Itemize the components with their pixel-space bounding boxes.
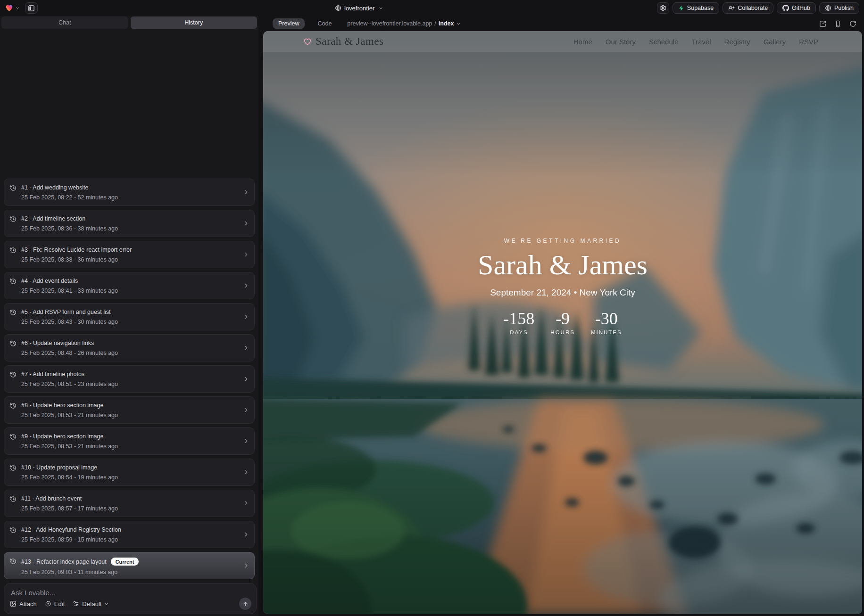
history-item-8[interactable]: #8 - Update hero section image 25 Feb 20… [4, 396, 255, 424]
chevron-right-icon [243, 500, 249, 507]
history-item-1[interactable]: #1 - Add wedding website 25 Feb 2025, 08… [4, 179, 255, 206]
refresh-button[interactable] [849, 20, 856, 27]
nav-schedule[interactable]: Schedule [649, 38, 679, 46]
project-selector[interactable]: lovefrontier [335, 2, 383, 14]
countdown-hours-label: HOURS [550, 329, 575, 335]
history-item-meta: 25 Feb 2025, 08:41 - 33 minutes ago [21, 287, 238, 294]
nav-rsvp[interactable]: RSVP [799, 38, 818, 46]
nav-home[interactable]: Home [573, 38, 592, 46]
nav-registry[interactable]: Registry [724, 38, 750, 46]
app-topbar: lovefrontier Supabase Collaborate GitHub [0, 0, 864, 16]
countdown-hours-value: -9 [550, 310, 575, 327]
hero-title: Sarah & James [263, 249, 862, 280]
history-item-meta: 25 Feb 2025, 08:59 - 15 minutes ago [21, 536, 238, 543]
history-item-meta: 25 Feb 2025, 09:03 - 11 minutes ago [21, 569, 238, 575]
collaborate-label: Collaborate [738, 5, 768, 11]
prompt-composer: Attach Edit Default [4, 583, 257, 614]
sidebar-tabbar: Chat History [1, 16, 257, 29]
attach-button[interactable]: Attach [10, 600, 37, 608]
preview-toolbar: Preview Code preview--lovefrontier.lovab… [262, 16, 864, 31]
history-item-title: #5 - Add RSVP form and guest list [21, 309, 110, 315]
tab-preview[interactable]: Preview [273, 18, 305, 29]
tab-history[interactable]: History [131, 16, 258, 29]
preview-url-separator: / [434, 20, 436, 27]
site-brand[interactable]: Sarah & James [303, 35, 383, 48]
lovable-logo-heart-icon[interactable] [5, 4, 14, 12]
history-icon [10, 185, 17, 191]
github-button[interactable]: GitHub [777, 2, 816, 14]
history-item-meta: 25 Feb 2025, 08:48 - 26 minutes ago [21, 350, 238, 356]
preview-url-host: preview--lovefrontier.lovable.app [347, 20, 432, 27]
model-mode-selector[interactable]: Default [73, 600, 109, 608]
history-item-3[interactable]: #3 - Fix: Resolve Lucide-react import er… [4, 241, 255, 268]
history-item-10[interactable]: #10 - Update proposal image 25 Feb 2025,… [4, 459, 255, 486]
history-item-meta: 25 Feb 2025, 08:51 - 23 minutes ago [21, 381, 238, 387]
hero-date-location: September 21, 2024 • New York City [263, 287, 862, 298]
history-icon [10, 340, 17, 347]
project-name: lovefrontier [344, 5, 374, 12]
history-item-4[interactable]: #4 - Add event details 25 Feb 2025, 08:4… [4, 272, 255, 299]
history-item-5[interactable]: #5 - Add RSVP form and guest list 25 Feb… [4, 303, 255, 330]
preview-url[interactable]: preview--lovefrontier.lovable.app / inde… [347, 20, 461, 27]
countdown-days-value: -158 [503, 310, 534, 327]
nav-travel[interactable]: Travel [691, 38, 711, 46]
history-item-2[interactable]: #2 - Add timeline section 25 Feb 2025, 0… [4, 210, 255, 237]
send-button[interactable] [239, 598, 251, 610]
mode-label: Default [82, 600, 101, 608]
chevron-right-icon [243, 220, 249, 227]
chevron-right-icon [243, 189, 249, 196]
nav-gallery[interactable]: Gallery [764, 38, 786, 46]
publish-button[interactable]: Publish [819, 2, 859, 14]
settings-button[interactable] [657, 2, 669, 14]
users-plus-icon [728, 5, 735, 11]
preview-url-page: index [439, 20, 454, 27]
history-item-12[interactable]: #12 - Add Honeyfund Registry Section 25 … [4, 521, 255, 548]
history-item-meta: 25 Feb 2025, 08:43 - 30 minutes ago [21, 319, 238, 325]
sidebar-toggle-button[interactable] [25, 2, 38, 14]
countdown-days: -158 DAYS [503, 310, 534, 335]
chevron-right-icon [243, 407, 249, 413]
history-item-13-current[interactable]: #13 - Refactor index page layout Current… [4, 552, 255, 579]
github-icon [782, 5, 789, 11]
history-item-meta: 25 Feb 2025, 08:53 - 21 minutes ago [21, 412, 238, 419]
history-item-7[interactable]: #7 - Add timeline photos 25 Feb 2025, 08… [4, 365, 255, 393]
mobile-view-button[interactable] [834, 20, 841, 27]
history-item-title: #6 - Update navigation links [21, 340, 94, 346]
countdown-days-label: DAYS [503, 329, 534, 335]
nav-our-story[interactable]: Our Story [606, 38, 636, 46]
history-item-title: #10 - Update proposal image [21, 464, 97, 471]
history-item-11[interactable]: #11 - Add brunch event 25 Feb 2025, 08:5… [4, 490, 255, 517]
history-item-title: #13 - Refactor index page layout [21, 559, 107, 565]
heart-icon [303, 38, 312, 46]
chevron-down-icon[interactable] [15, 6, 20, 10]
chevron-right-icon [243, 438, 249, 444]
github-label: GitHub [792, 5, 810, 11]
chevron-right-icon [243, 469, 249, 476]
history-item-meta: 25 Feb 2025, 08:54 - 19 minutes ago [21, 474, 238, 481]
globe-icon [825, 5, 831, 11]
open-in-new-tab-button[interactable] [819, 20, 826, 27]
edit-label: Edit [54, 600, 65, 608]
site-header: Sarah & James Home Our Story Schedule Tr… [263, 31, 862, 52]
history-item-6[interactable]: #6 - Update navigation links 25 Feb 2025… [4, 334, 255, 361]
history-icon [10, 247, 17, 254]
history-item-9[interactable]: #9 - Update hero section image 25 Feb 20… [4, 427, 255, 455]
site-brand-name: Sarah & James [316, 35, 383, 48]
globe-icon [335, 5, 341, 11]
image-icon [10, 600, 17, 607]
smartphone-icon [834, 20, 841, 27]
edit-mode-button[interactable]: Edit [45, 600, 65, 608]
preview-panel: Preview Code preview--lovefrontier.lovab… [262, 16, 864, 616]
chevron-right-icon [243, 345, 249, 351]
tab-code[interactable]: Code [312, 18, 337, 29]
history-list: #1 - Add wedding website 25 Feb 2025, 08… [4, 179, 255, 579]
history-item-meta: 25 Feb 2025, 08:38 - 36 minutes ago [21, 256, 238, 263]
history-item-title: #1 - Add wedding website [21, 184, 88, 191]
history-item-title: #8 - Update hero section image [21, 402, 103, 409]
prompt-input[interactable] [11, 589, 218, 597]
supabase-button[interactable]: Supabase [673, 2, 719, 14]
tab-chat[interactable]: Chat [1, 16, 128, 29]
collaborate-button[interactable]: Collaborate [723, 2, 773, 14]
chevron-right-icon [243, 313, 249, 320]
hero-content: WE’RE GETTING MARRIED Sarah & James Sept… [263, 238, 862, 335]
